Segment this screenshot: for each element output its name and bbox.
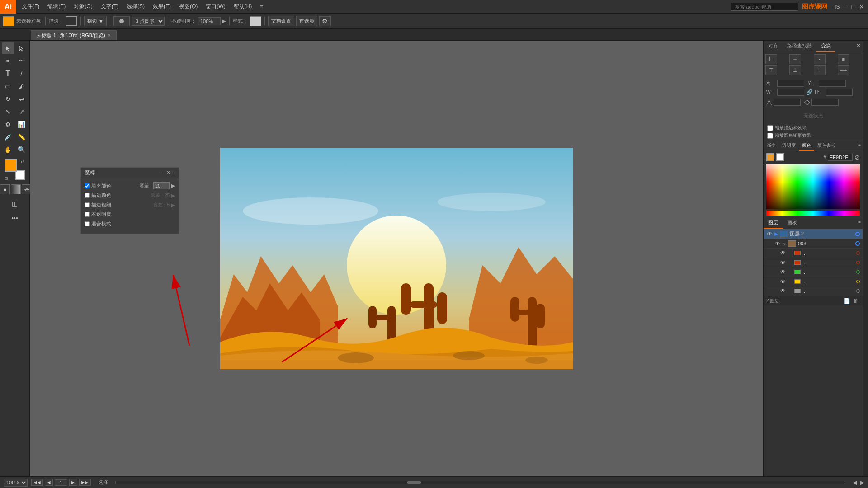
measure-tool[interactable]: 📏 xyxy=(15,131,28,143)
rect-tool[interactable]: ▭ xyxy=(2,80,14,92)
tolerance-expand-btn[interactable]: ▶ xyxy=(171,183,175,189)
free-transform-tool[interactable]: ⤢ xyxy=(15,106,28,117)
preferences-btn[interactable]: 首选项 xyxy=(296,16,317,26)
layer-red1-item[interactable]: 👁 ... xyxy=(764,249,863,258)
layer-003-expand-btn[interactable]: ▷ xyxy=(783,241,786,246)
x-input[interactable] xyxy=(777,80,804,87)
next-page-btn[interactable]: ▶ xyxy=(69,479,77,486)
layer-003-target-btn[interactable] xyxy=(855,241,860,246)
transparency-tab[interactable]: 透明度 xyxy=(779,141,799,151)
swap-colors-btn[interactable]: ⇄ xyxy=(21,159,25,164)
point-shape-select[interactable]: 3 点圆形 xyxy=(132,17,165,26)
color-panel-menu[interactable]: ≡ xyxy=(856,141,863,151)
layer-gray-item[interactable]: 👁 ... xyxy=(764,286,863,296)
menu-window[interactable]: 窗口(W) xyxy=(202,1,229,12)
draw-inside-btn[interactable]: ◫ xyxy=(9,198,21,210)
canvas-container[interactable]: 魔棒 ─ ✕ ≡ 填充颜色 容差： ▶ xyxy=(30,41,763,476)
background-color-preview[interactable] xyxy=(776,153,784,161)
menu-view[interactable]: 视图(Q) xyxy=(175,1,201,12)
type-tool[interactable]: T xyxy=(2,68,14,80)
layers-menu-btn[interactable]: ≡ xyxy=(856,217,863,229)
layer-yellow-visibility[interactable]: 👁 xyxy=(780,278,786,285)
stroke-color-checkbox[interactable] xyxy=(85,193,90,198)
layer-2-item[interactable]: 👁 ▶ 图层 2 xyxy=(764,229,863,239)
curvature-tool[interactable]: 〜 xyxy=(15,55,28,67)
color-spectrum[interactable] xyxy=(766,164,860,209)
delete-layer-btn[interactable]: 🗑 xyxy=(853,298,859,304)
align-options-btn[interactable]: ≡ xyxy=(838,54,849,64)
right-scrollbar[interactable] xyxy=(863,41,868,476)
h-scrollbar-thumb[interactable] xyxy=(407,481,421,484)
zoom-select[interactable]: 100% xyxy=(4,479,28,487)
fill-color-checkbox[interactable] xyxy=(85,183,90,188)
scale-corners-checkbox[interactable] xyxy=(767,133,773,139)
line-tool[interactable]: / xyxy=(15,68,28,80)
doc-settings-btn[interactable]: 文档设置 xyxy=(268,16,294,26)
menu-file[interactable]: 文件(F) xyxy=(18,1,43,12)
warp-tool[interactable]: ⤡ xyxy=(2,106,14,117)
link-proportions-icon[interactable]: 🔗 xyxy=(806,89,813,95)
close-panel-btn[interactable]: ✕ xyxy=(854,41,863,52)
layer-red1-visibility[interactable]: 👁 xyxy=(780,250,786,256)
hand-tool[interactable]: ✋ xyxy=(2,144,14,155)
layer-red2-item[interactable]: 👁 ... xyxy=(764,258,863,267)
layer-green-visibility[interactable]: 👁 xyxy=(780,269,786,275)
document-tab[interactable]: 未标题-1* @ 100% (RGB/预览) × xyxy=(31,30,117,40)
zoom-tool[interactable]: 🔍 xyxy=(15,144,28,155)
tab-close-btn[interactable]: × xyxy=(108,33,111,38)
symbol-tool[interactable]: ✿ xyxy=(2,118,14,130)
window-maximize[interactable]: □ xyxy=(852,3,855,10)
gradient-tab[interactable]: 渐变 xyxy=(764,141,779,151)
no-paint-icon[interactable]: ⊘ xyxy=(854,154,860,161)
opacity-checkbox[interactable] xyxy=(85,212,90,217)
align-right-btn[interactable]: ⊡ xyxy=(814,54,826,64)
align-top-btn[interactable]: ⊤ xyxy=(765,65,777,75)
stroke-weight-checkbox[interactable] xyxy=(85,202,90,207)
artboards-tab[interactable]: 画板 xyxy=(783,217,802,229)
foreground-color-swatch[interactable] xyxy=(3,16,14,26)
transform-tab[interactable]: 变换 xyxy=(816,41,835,52)
blend-mode-checkbox[interactable] xyxy=(85,221,90,226)
menu-select[interactable]: 选择(S) xyxy=(123,1,148,12)
layer-2-target-btn[interactable] xyxy=(855,232,860,236)
hue-slider[interactable] xyxy=(766,211,860,216)
layer-2-expand-btn[interactable]: ▶ xyxy=(774,231,778,236)
scroll-left-btn[interactable]: ◀ xyxy=(853,479,857,486)
shear-input[interactable] xyxy=(811,99,839,106)
solid-fill-btn[interactable]: ■ xyxy=(0,184,10,194)
window-close[interactable]: ✕ xyxy=(859,3,864,10)
align-center-btn[interactable]: ⊣ xyxy=(789,54,801,64)
pen-tool[interactable]: ✒ xyxy=(2,55,14,67)
style-preview[interactable] xyxy=(250,16,261,26)
tool-dropdown-btn[interactable]: 摇边 ▼ xyxy=(84,16,107,26)
rotate-tool[interactable]: ↻ xyxy=(2,93,14,105)
menu-object[interactable]: 对象(O) xyxy=(70,1,96,12)
menu-layout[interactable]: ≡ xyxy=(256,2,267,12)
layer-gray-target[interactable] xyxy=(856,289,860,293)
layer-red2-target[interactable] xyxy=(856,261,860,264)
opacity-expand[interactable]: ▶ xyxy=(222,19,226,23)
distribute-btn[interactable]: ⟺ xyxy=(838,65,849,75)
tolerance-input[interactable] xyxy=(153,182,170,189)
h-input[interactable] xyxy=(826,89,853,96)
layer-red2-visibility[interactable]: 👁 xyxy=(780,259,786,266)
graph-tool[interactable]: 📊 xyxy=(15,118,28,130)
align-vmid-btn[interactable]: ⊥ xyxy=(789,65,801,75)
mirror-tool[interactable]: ⇌ xyxy=(15,93,28,105)
stroke-color-btn[interactable] xyxy=(66,16,77,26)
last-page-btn[interactable]: ▶▶ xyxy=(79,479,91,486)
layer-gray-visibility[interactable]: 👁 xyxy=(780,288,786,294)
layers-tab[interactable]: 图层 xyxy=(764,217,783,229)
toolbar-more-btn[interactable]: ⚙ xyxy=(319,16,331,26)
pathfinder-tab[interactable]: 路径查找器 xyxy=(783,41,816,52)
layer-003-item[interactable]: 👁 ▷ 003 xyxy=(764,239,863,249)
align-bottom-btn[interactable]: ⊦ xyxy=(814,65,826,75)
gradient-fill-btn[interactable] xyxy=(11,184,21,194)
foreground-color-box[interactable] xyxy=(5,159,17,172)
layer-green-target[interactable] xyxy=(856,270,860,274)
layer-yellow-target[interactable] xyxy=(856,280,860,283)
menu-edit[interactable]: 编辑(E) xyxy=(44,1,69,12)
eyedropper-tool[interactable]: 💉 xyxy=(2,131,14,143)
h-scrollbar[interactable] xyxy=(115,481,845,484)
layer-003-visibility-btn[interactable]: 👁 xyxy=(774,240,781,247)
